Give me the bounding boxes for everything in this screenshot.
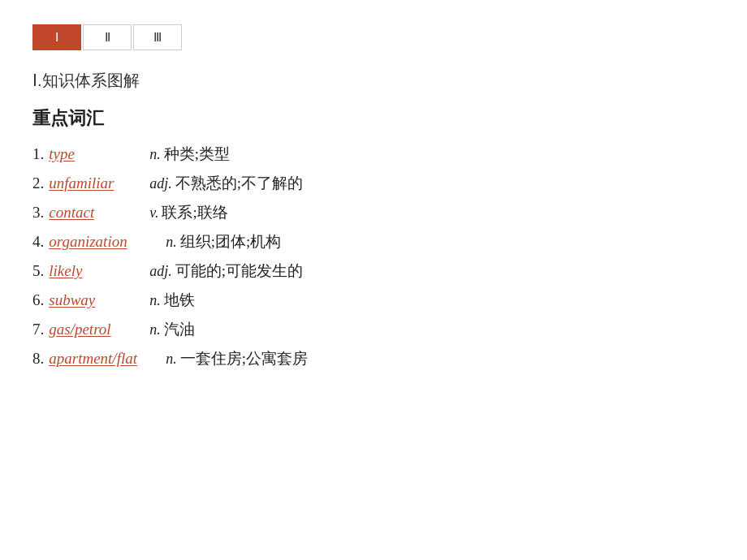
vocab-number: 1. xyxy=(32,145,44,163)
vocab-number: 4. xyxy=(32,233,44,251)
vocab-number: 7. xyxy=(32,321,44,338)
vocab-meaning: 可能的;可能发生的 xyxy=(175,261,303,282)
vocab-pos: n. xyxy=(166,351,177,368)
vocab-meaning: 地铁 xyxy=(164,290,195,311)
vocab-word: apartment/flat xyxy=(49,350,162,368)
vocab-pos: n. xyxy=(149,146,161,163)
vocab-meaning: 不熟悉的;不了解的 xyxy=(175,173,303,194)
vocab-number: 5. xyxy=(32,262,44,280)
vocab-meaning: 汽油 xyxy=(164,319,195,340)
vocab-word: likely xyxy=(49,262,146,280)
vocab-pos: adj. xyxy=(149,263,172,280)
vocab-meaning: 组织;团体;机构 xyxy=(180,231,282,252)
list-item: 5. likely adj. 可能的;可能发生的 xyxy=(32,261,715,282)
vocab-pos: adj. xyxy=(149,175,172,192)
vocab-meaning: 一套住房;公寓套房 xyxy=(180,348,308,369)
list-item: 7. gas/petrol n. 汽油 xyxy=(32,319,715,340)
page-container: Ⅰ Ⅱ Ⅲ Ⅰ.知识体系图解 重点词汇 1. type n. 种类;类型 2. … xyxy=(0,0,747,560)
vocab-word: unfamiliar xyxy=(49,174,146,192)
list-item: 6. subway n. 地铁 xyxy=(32,290,715,311)
vocab-word: subway xyxy=(49,291,146,309)
vocab-number: 3. xyxy=(32,204,44,222)
vocab-list: 1. type n. 种类;类型 2. unfamiliar adj. 不熟悉的… xyxy=(32,144,715,369)
vocab-word: contact xyxy=(49,204,146,222)
vocab-pos: n. xyxy=(149,292,161,309)
tab-1[interactable]: Ⅰ xyxy=(32,24,81,50)
list-item: 4. organization n. 组织;团体;机构 xyxy=(32,231,715,252)
vocab-word: gas/petrol xyxy=(49,321,146,338)
list-item: 8. apartment/flat n. 一套住房;公寓套房 xyxy=(32,348,715,369)
vocab-word: organization xyxy=(49,233,162,251)
list-item: 3. contact v. 联系;联络 xyxy=(32,202,715,223)
tab-2[interactable]: Ⅱ xyxy=(83,24,132,50)
list-item: 2. unfamiliar adj. 不熟悉的;不了解的 xyxy=(32,173,715,194)
vocab-pos: v. xyxy=(149,205,158,222)
vocab-meaning: 种类;类型 xyxy=(164,144,230,165)
vocab-heading: 重点词汇 xyxy=(32,106,715,131)
tab-3[interactable]: Ⅲ xyxy=(133,24,182,50)
section-heading: Ⅰ.知识体系图解 xyxy=(32,70,715,92)
tab-bar: Ⅰ Ⅱ Ⅲ xyxy=(32,24,715,50)
vocab-word: type xyxy=(49,145,146,163)
vocab-meaning: 联系;联络 xyxy=(162,202,227,223)
vocab-number: 8. xyxy=(32,350,44,368)
list-item: 1. type n. 种类;类型 xyxy=(32,144,715,165)
vocab-number: 6. xyxy=(32,291,44,309)
vocab-pos: n. xyxy=(166,234,177,251)
vocab-number: 2. xyxy=(32,174,44,192)
vocab-pos: n. xyxy=(149,321,161,338)
